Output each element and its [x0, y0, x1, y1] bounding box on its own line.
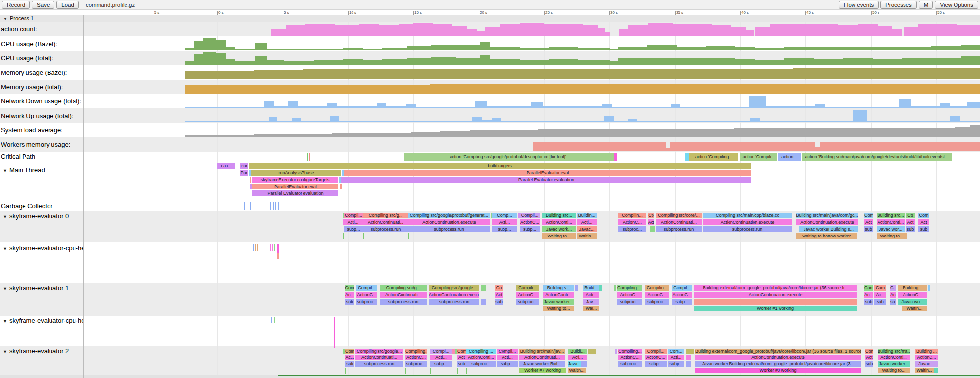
event-bar[interactable]: ActionConti...: [542, 219, 576, 225]
event-bar[interactable]: Javac worker Buil...: [519, 361, 565, 367]
event-bar[interactable]: [934, 368, 938, 373]
event-bar[interactable]: Par: [240, 170, 248, 176]
event-bar[interactable]: Acti...: [668, 355, 684, 360]
track-label[interactable]: ▼skyframe-evaluator-cpu-heavy-: [1, 244, 83, 252]
event-bar[interactable]: Parallel Evaluator evaluation: [252, 190, 338, 196]
instant-event-tick[interactable]: [253, 244, 254, 251]
event-bar[interactable]: Com: [918, 213, 929, 218]
instant-event-tick[interactable]: [345, 306, 345, 312]
event-bar[interactable]: sub: [918, 226, 929, 232]
event-bar[interactable]: action 'Compiling...: [689, 153, 738, 161]
event-bar[interactable]: subproc...: [618, 226, 646, 232]
instant-event-tick[interactable]: [255, 244, 256, 251]
event-bar[interactable]: ActionC...: [645, 292, 669, 298]
instant-event-tick[interactable]: [257, 244, 258, 251]
event-bar[interactable]: Javac ...: [915, 361, 938, 367]
collapse-arrow-icon[interactable]: ▼: [1, 246, 9, 251]
event-bar[interactable]: ActionContinuati...: [380, 292, 427, 298]
event-bar[interactable]: subproc...: [617, 299, 642, 305]
event-bar[interactable]: subproc...: [618, 361, 642, 367]
event-bar[interactable]: Comp...: [492, 213, 517, 218]
instant-event-tick[interactable]: [405, 368, 406, 374]
event-bar[interactable]: Building src/main/jav...: [519, 349, 565, 354]
event-bar[interactable]: Compiling src/google...: [355, 349, 403, 354]
event-bar[interactable]: Acti...: [568, 355, 587, 360]
event-bar[interactable]: Act: [906, 219, 915, 225]
event-bar[interactable]: ActionC...: [915, 355, 938, 360]
event-bar[interactable]: Act: [457, 355, 466, 360]
event-bar[interactable]: ActionContinuati...: [519, 355, 565, 360]
event-bar[interactable]: Com...: [668, 349, 684, 354]
event-bar[interactable]: Build...: [583, 285, 599, 291]
event-bar[interactable]: action...: [778, 153, 801, 161]
event-bar[interactable]: [685, 153, 689, 161]
event-bar[interactable]: subprocess.run: [429, 299, 479, 305]
event-bar[interactable]: Compiling ...: [466, 349, 496, 354]
counter-mem-bazel[interactable]: [83, 65, 980, 80]
instant-event-tick[interactable]: [466, 368, 467, 374]
event-bar[interactable]: skyframeExecutor.configureTargets: [252, 177, 338, 183]
event-bar[interactable]: ActionC...: [617, 292, 642, 298]
event-bar[interactable]: Compiling src/g...: [380, 285, 427, 291]
event-bar[interactable]: sub: [864, 226, 873, 232]
event-bar[interactable]: Javac worker Building s...: [799, 226, 858, 232]
instant-event-tick[interactable]: [307, 153, 308, 161]
instant-event-tick[interactable]: [270, 244, 271, 251]
event-bar[interactable]: ActionConti...: [878, 355, 910, 360]
counter-action-count[interactable]: [83, 22, 980, 36]
event-bar[interactable]: Wai...: [583, 306, 599, 311]
event-bar[interactable]: Waiting to...: [542, 233, 576, 239]
event-bar[interactable]: subp...: [492, 226, 517, 232]
event-bar[interactable]: subproc...: [645, 299, 669, 305]
instant-event-tick[interactable]: [430, 368, 431, 374]
event-bar[interactable]: Ac...: [890, 292, 896, 298]
event-bar[interactable]: Acti...: [430, 355, 452, 360]
event-bar[interactable]: [339, 177, 341, 183]
instant-event-tick[interactable]: [492, 233, 492, 239]
instant-event-tick[interactable]: [275, 202, 276, 210]
event-bar[interactable]: sub: [874, 299, 886, 305]
event-bar[interactable]: Com: [457, 349, 466, 354]
event-bar[interactable]: Jav...: [583, 299, 599, 305]
event-bar[interactable]: subproc...: [466, 361, 496, 367]
event-bar[interactable]: Worker #7 working: [519, 368, 566, 373]
counter-net-down[interactable]: [83, 94, 980, 108]
event-bar[interactable]: Compiling ...: [617, 285, 642, 291]
collapse-arrow-icon[interactable]: ▼: [1, 319, 9, 324]
event-bar[interactable]: subproc...: [516, 299, 539, 305]
event-bar[interactable]: Waiting to borrow worker: [796, 233, 857, 239]
event-bar[interactable]: sub: [345, 361, 354, 367]
event-bar[interactable]: Waitin...: [568, 368, 586, 373]
event-bar[interactable]: Building ...: [915, 349, 938, 354]
event-bar[interactable]: Waitin...: [915, 368, 934, 373]
event-bar[interactable]: sub: [865, 361, 873, 367]
event-bar[interactable]: ActionConti...: [543, 292, 574, 298]
event-bar[interactable]: Com: [345, 285, 354, 291]
collapse-arrow-icon[interactable]: ▼: [1, 168, 9, 173]
event-bar[interactable]: Ac...: [345, 355, 354, 360]
counter-cpu-bazel[interactable]: [83, 36, 980, 51]
event-bar[interactable]: ActionC...: [618, 219, 646, 225]
event-bar[interactable]: Compil...: [344, 213, 363, 218]
event-bar[interactable]: Worker #1 working: [694, 306, 857, 311]
event-bar[interactable]: [481, 285, 486, 291]
event-bar[interactable]: Building s...: [543, 285, 574, 291]
event-bar[interactable]: [686, 361, 691, 367]
event-bar[interactable]: [614, 153, 617, 161]
event-bar[interactable]: ActionContinuation.execute: [429, 292, 479, 298]
event-bar[interactable]: Compiling src/google...: [429, 285, 479, 291]
event-bar[interactable]: subp...: [430, 361, 452, 367]
record-button[interactable]: Record: [2, 1, 30, 9]
process-header[interactable]: ▼Process 1: [0, 15, 980, 23]
track-label[interactable]: ▼skyframe-evaluator 0: [1, 213, 69, 220]
event-bar[interactable]: sub: [864, 299, 873, 305]
instant-event-tick[interactable]: [278, 202, 279, 210]
event-bar[interactable]: action 'Building src/main/java/com/googl…: [802, 153, 952, 161]
event-bar[interactable]: [686, 355, 691, 360]
event-bar[interactable]: sub: [495, 299, 503, 305]
event-bar[interactable]: ParallelEvaluator.eval: [252, 184, 338, 189]
event-bar[interactable]: Ac...: [874, 292, 886, 298]
event-bar[interactable]: Compiling...: [618, 349, 642, 354]
event-bar[interactable]: [615, 349, 617, 354]
event-bar[interactable]: Com: [345, 349, 354, 354]
